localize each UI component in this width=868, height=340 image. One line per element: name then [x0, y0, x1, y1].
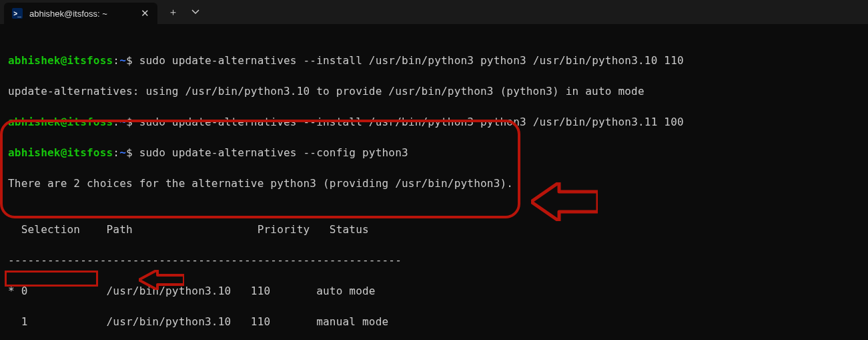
- window-titlebar: >_ abhishek@itsfoss: ~ ✕ ＋: [0, 0, 868, 24]
- command-text: sudo update-alternatives --config python…: [133, 146, 408, 159]
- chevron-down-icon: [191, 8, 199, 16]
- table-header: Selection Path Priority Status: [8, 222, 860, 237]
- terminal-line: abhishek@itsfoss:~$ sudo update-alternat…: [8, 114, 860, 130]
- terminal-line: abhishek@itsfoss:~$ sudo update-alternat…: [8, 145, 860, 160]
- annotation-box-table: [0, 120, 520, 218]
- terminal-line: abhishek@itsfoss:~$ sudo update-alternat…: [8, 53, 860, 68]
- tab-title: abhishek@itsfoss: ~: [29, 9, 134, 19]
- powershell-icon: >_: [12, 8, 23, 19]
- command-text: sudo update-alternatives --install /usr/…: [133, 116, 684, 128]
- new-tab-button[interactable]: ＋: [161, 1, 184, 23]
- terminal-output: There are 2 choices for the alternative …: [8, 176, 860, 191]
- command-text: sudo update-alternatives --install /usr/…: [133, 54, 684, 67]
- table-separator: ----------------------------------------…: [8, 252, 860, 268]
- terminal-tab[interactable]: >_ abhishek@itsfoss: ~ ✕: [4, 3, 157, 24]
- terminal-output: update-alternatives: using /usr/bin/pyth…: [8, 83, 860, 99]
- terminal-body[interactable]: abhishek@itsfoss:~$ sudo update-alternat…: [0, 24, 868, 340]
- tab-dropdown-button[interactable]: [184, 1, 207, 23]
- prompt-user-host: abhishek@itsfoss: [8, 54, 113, 67]
- close-tab-icon[interactable]: ✕: [141, 7, 149, 19]
- table-row: * 0 /usr/bin/python3.10 110 auto mode: [8, 283, 860, 299]
- table-row: 1 /usr/bin/python3.10 110 manual mode: [8, 314, 860, 329]
